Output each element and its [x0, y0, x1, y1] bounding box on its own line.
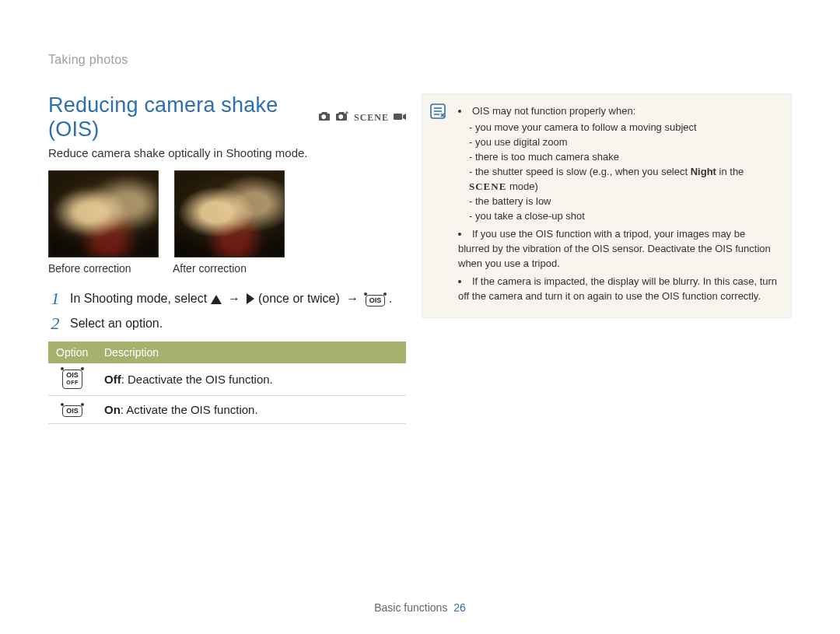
note-l0: OIS may not function properly when:	[472, 105, 635, 117]
scene-mode-icon: SCENE	[354, 112, 389, 124]
page: Taking photos Reducing camera shake (OIS…	[0, 0, 840, 634]
title-row: Reducing camera shake (OIS) SCENE	[48, 93, 406, 142]
ois-off-icon-sub: OFF	[66, 379, 79, 387]
col-option: Option	[48, 342, 96, 363]
step-1-text-end: .	[389, 292, 392, 305]
note-sub-6: you take a close-up shot	[469, 208, 779, 223]
note-sub-1: you move your camera to follow a moving …	[469, 120, 779, 135]
options-header-row: Option Description	[48, 342, 406, 363]
caption-row: Before correction After correction	[48, 257, 406, 275]
ois-icon: OIS	[366, 295, 386, 306]
option-on-desc: On: Activate the OIS function.	[96, 396, 406, 424]
option-on-icon-cell: OIS	[48, 396, 96, 424]
note-sub-4d-scene: SCENE	[469, 180, 506, 192]
note-box: OIS may not function properly when: you …	[422, 93, 792, 318]
option-row-on: OIS On: Activate the OIS function.	[48, 396, 406, 424]
note-sub-4b: Night	[691, 166, 716, 177]
step-1: 1 In Shooting mode, select → (once or tw…	[48, 289, 406, 309]
step-1-text: In Shooting mode, select → (once or twic…	[70, 289, 392, 309]
step-2-number: 2	[48, 313, 62, 334]
option-off-icon-cell: OIS OFF	[48, 363, 96, 396]
step-2-text: Select an option.	[70, 313, 163, 334]
ois-on-icon: OIS	[62, 405, 82, 417]
content-columns: Reducing camera shake (OIS) SCENE Reduce…	[48, 93, 792, 424]
breadcrumb: Taking photos	[48, 53, 792, 67]
photo-after	[174, 170, 285, 257]
photo-before-wrap	[48, 170, 159, 257]
up-triangle-icon	[211, 295, 222, 304]
photo-before	[48, 170, 159, 257]
note-sub-5: the battery is low	[469, 194, 779, 208]
step-1-text-b: (once or twice)	[258, 292, 343, 305]
video-icon	[394, 110, 406, 124]
arrow-2: →	[346, 292, 359, 305]
photo-row	[48, 170, 406, 257]
note-sub-4e: mode)	[506, 180, 537, 192]
option-off-text: : Deactivate the OIS function.	[121, 373, 273, 386]
option-row-off: OIS OFF Off: Deactivate the OIS function…	[48, 363, 406, 396]
left-column: Reducing camera shake (OIS) SCENE Reduce…	[48, 93, 406, 424]
ois-off-icon-main: OIS	[66, 371, 79, 379]
options-table: Option Description OIS OFF Off: D	[48, 342, 406, 424]
subtitle: Reduce camera shake optically in Shootin…	[48, 146, 406, 159]
note-sub-4c: in the	[716, 166, 744, 177]
mode-icons: SCENE	[318, 110, 406, 124]
step-1-text-a: In Shooting mode, select	[70, 292, 211, 305]
right-chevron-icon	[247, 293, 254, 304]
camera-icon	[318, 110, 331, 124]
option-off-desc: Off: Deactivate the OIS function.	[96, 363, 406, 396]
note-bullet-tripod: If you use the OIS function with a tripo…	[458, 226, 779, 271]
note-sub-2: you use digital zoom	[469, 135, 779, 149]
note-content: OIS may not function properly when: you …	[453, 103, 779, 308]
footer-page-number: 26	[453, 601, 466, 614]
step-1-number: 1	[48, 289, 62, 309]
footer: Basic functions 26	[0, 601, 840, 614]
note-bullet-ois-limits: OIS may not function properly when: you …	[458, 103, 779, 223]
caption-after: After correction	[173, 262, 282, 275]
option-off-label: Off	[104, 373, 121, 386]
caption-before: Before correction	[48, 262, 157, 275]
col-description: Description	[96, 342, 406, 363]
option-on-label: On	[104, 403, 121, 416]
note-sub-4a: the shutter speed is slow (e.g., when yo…	[475, 166, 691, 177]
photo-after-wrap	[174, 170, 285, 257]
note-sub-3: there is too much camera shake	[469, 149, 779, 164]
note-sub-4: the shutter speed is slow (e.g., when yo…	[469, 164, 779, 194]
arrow-1: →	[228, 292, 240, 305]
steps: 1 In Shooting mode, select → (once or tw…	[48, 289, 406, 334]
step-2: 2 Select an option.	[48, 313, 406, 334]
camera-plus-icon	[335, 110, 349, 124]
page-title: Reducing camera shake (OIS)	[48, 93, 310, 142]
footer-section: Basic functions	[374, 601, 447, 614]
ois-off-icon: OIS OFF	[62, 370, 82, 389]
note-icon	[430, 103, 447, 308]
right-column: OIS may not function properly when: you …	[422, 93, 792, 424]
option-on-text: : Activate the OIS function.	[121, 403, 258, 416]
note-bullet-impact: If the camera is impacted, the display w…	[458, 274, 779, 303]
